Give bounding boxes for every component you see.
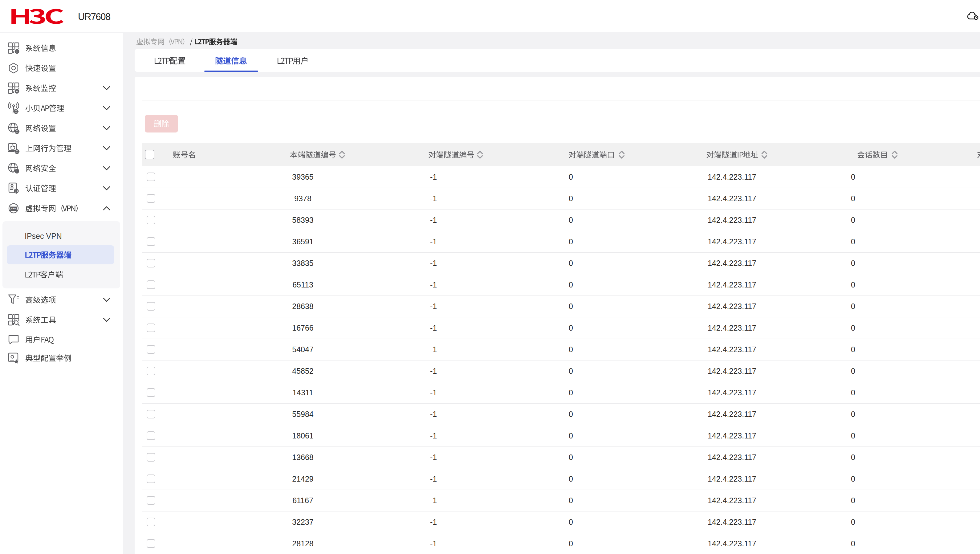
svg-text:VPN: VPN <box>11 207 16 210</box>
